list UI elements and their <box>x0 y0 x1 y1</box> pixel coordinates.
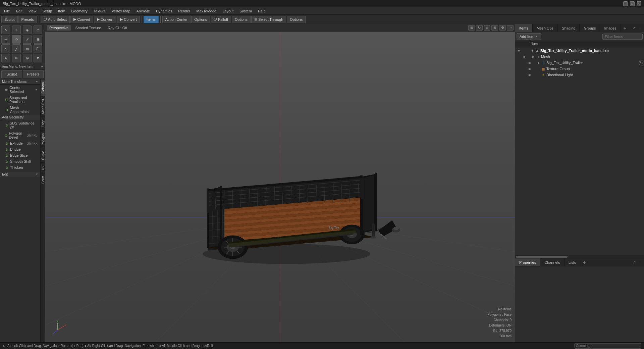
extrude-item[interactable]: ⊙ Extrude Shift+X <box>0 140 40 146</box>
menu-item-help[interactable]: Help <box>255 8 268 14</box>
curve-tab[interactable]: Curve <box>41 148 45 163</box>
menu-item-view[interactable]: View <box>26 8 39 14</box>
menu-item-render[interactable]: Render <box>175 8 193 14</box>
mesh-mode-icon[interactable]: ⬡ <box>34 44 42 53</box>
menu-item-layout[interactable]: Layout <box>220 8 236 14</box>
select-through-button[interactable]: ⊞ Select Through <box>251 16 286 23</box>
item-row-mesh-group[interactable]: ◉ ▶ □ Mesh <box>515 54 644 60</box>
add-tab-button[interactable]: + <box>621 24 629 32</box>
paint-icon[interactable]: ◈ <box>23 26 32 34</box>
options1-button[interactable]: Options <box>191 16 210 23</box>
items-scrollbar[interactable] <box>515 255 644 258</box>
vis-btn-texture-group[interactable]: ◉ <box>527 66 532 71</box>
edge-tab[interactable]: Edge <box>41 116 45 130</box>
convert1-button[interactable]: ▶ Convert <box>70 16 93 23</box>
pen-icon[interactable]: ✏ <box>12 54 21 62</box>
convert3-button[interactable]: ▶ Convert <box>117 16 140 23</box>
transform-icon[interactable]: ⊞ <box>34 35 42 44</box>
item-row-trailer[interactable]: ◉ ▶ ⬡ Big_Tex_Utility_Trailer (3) <box>515 60 644 66</box>
menu-item-geometry[interactable]: Geometry <box>69 8 90 14</box>
polygon-tab[interactable]: Polygon <box>41 130 45 148</box>
left-sculpt-button[interactable]: Sculpt <box>1 70 22 78</box>
viewport-canvas[interactable]: Big Tex 105A X Y Z No Items Polygons : F… <box>45 32 515 342</box>
menu-item-maxtomodo[interactable]: MaxToModo <box>194 8 219 14</box>
properties-tab[interactable]: Properties <box>515 258 540 266</box>
bottom-add-tab[interactable]: + <box>580 258 588 266</box>
filter-items-input[interactable] <box>602 34 643 40</box>
edge-slice-item[interactable]: ⊙ Edge Slice <box>0 152 40 158</box>
expand-mesh-group[interactable]: ▶ <box>531 55 535 58</box>
snaps-precision-item[interactable]: ⊙ Snaps and Precision <box>0 95 40 105</box>
item-menu-icon[interactable]: ▼ <box>34 54 42 62</box>
form-tab[interactable]: Form <box>41 173 45 186</box>
item-row-root[interactable]: ◉ ▶ 🗂 Big_Tex_Utility_Trailer_modo_base.… <box>515 48 644 54</box>
sds-subdivide-item[interactable]: ⊙ SDS Subdivide 2X <box>0 120 40 130</box>
items-button[interactable]: Items <box>144 16 159 23</box>
mesh-constraints-item[interactable]: ⊙ Mesh Constraints <box>0 105 40 115</box>
items-tab[interactable]: Items <box>515 24 533 32</box>
viewport-ctrl-fit[interactable]: ⊠ <box>491 25 498 31</box>
lists-tab[interactable]: Lists <box>565 258 581 266</box>
convert2-button[interactable]: ▶ Convert <box>94 16 117 23</box>
images-tab[interactable]: Images <box>600 24 621 32</box>
groups-tab[interactable]: Groups <box>580 24 600 32</box>
item-menu-dropdown-icon[interactable]: ▼ <box>41 65 44 68</box>
viewport-tab-shaded[interactable]: Shaded Texture <box>72 25 104 31</box>
poly-mode-icon[interactable]: ▭ <box>23 44 32 53</box>
select-mode-icon[interactable]: ↖ <box>1 26 10 34</box>
polygon-bevel-item[interactable]: ⊙ Polygon Bevel Shift+B <box>0 130 40 140</box>
panel-expand-icon[interactable]: ⤢ <box>631 26 637 31</box>
scale-icon[interactable]: ⤢ <box>23 35 32 44</box>
menu-item-file[interactable]: File <box>1 8 13 14</box>
auto-select-button[interactable]: ⬡ Auto Select <box>41 16 70 23</box>
close-button[interactable]: ✕ <box>637 1 641 6</box>
vis-btn-trailer[interactable]: ◉ <box>527 60 532 65</box>
command-input[interactable] <box>574 343 641 349</box>
expand-trailer[interactable]: ▶ <box>537 61 541 64</box>
mesh-ops-tab[interactable]: Mesh Ops <box>533 24 558 32</box>
smooth-shift-item[interactable]: ⊙ Smooth Shift <box>0 158 40 164</box>
edge-mode-icon[interactable]: ╱ <box>12 44 21 53</box>
node-icon[interactable]: ⊗ <box>23 54 32 62</box>
rotate-icon[interactable]: ↻ <box>12 35 21 44</box>
falloff-button[interactable]: ⬡ Falloff <box>211 16 231 23</box>
maximize-button[interactable]: □ <box>630 1 635 6</box>
bridge-item[interactable]: ⊙ Bridge <box>0 146 40 152</box>
menu-item-edit[interactable]: Edit <box>13 8 25 14</box>
options2-button[interactable]: Options <box>232 16 251 23</box>
add-item-button[interactable]: Add Item ▼ <box>517 33 541 40</box>
move-icon[interactable]: ✛ <box>1 35 10 44</box>
center-selected-item[interactable]: ⊕ Center Selected ▼ <box>0 85 40 95</box>
presets-button[interactable]: Presets <box>18 16 37 23</box>
viewport-tab-raygl[interactable]: Ray GL: Off <box>105 25 130 31</box>
bottom-more-icon[interactable]: ⋯ <box>637 260 643 265</box>
left-presets-button[interactable]: Presets <box>23 70 44 78</box>
viewport-ctrl-more[interactable]: ⋯ <box>507 25 514 31</box>
thicken-item[interactable]: ⊙ Thicken <box>0 164 40 170</box>
uv-tab[interactable]: UV <box>41 162 45 173</box>
minimize-button[interactable]: ─ <box>623 1 628 6</box>
menu-item-item[interactable]: Item <box>55 8 68 14</box>
action-center-button[interactable]: Action Center <box>162 16 191 23</box>
channels-tab[interactable]: Channels <box>540 258 564 266</box>
viewport-tab-perspective[interactable]: Perspective <box>47 25 71 31</box>
deform-tab[interactable]: Deform <box>41 79 45 96</box>
menu-item-dynamics[interactable]: Dynamics <box>153 8 175 14</box>
item-row-dir-light[interactable]: ◉ ✦ Directional Light <box>515 72 644 78</box>
viewport[interactable]: Perspective Shaded Texture Ray GL: Off ⊞… <box>45 24 515 342</box>
shading-tab[interactable]: Shading <box>558 24 580 32</box>
menu-item-setup[interactable]: Setup <box>40 8 55 14</box>
edit-header[interactable]: Edit ▼ <box>0 172 40 177</box>
slice-icon[interactable]: ◇ <box>34 26 42 34</box>
vis-btn-mesh-group[interactable]: ◉ <box>522 54 527 59</box>
mesh-edit-tab[interactable]: Mesh Edit <box>41 96 45 116</box>
menu-item-animate[interactable]: Animate <box>134 8 153 14</box>
menu-item-texture[interactable]: Texture <box>91 8 108 14</box>
vis-btn-dir-light[interactable]: ◉ <box>527 72 532 77</box>
item-row-texture-group[interactable]: ◉ ▦ Texture Group <box>515 66 644 72</box>
panel-more-icon[interactable]: ⋯ <box>637 26 643 31</box>
sculpt-button[interactable]: Sculpt <box>1 16 18 23</box>
viewport-ctrl-2[interactable]: ↻ <box>476 25 483 31</box>
lasso-icon[interactable]: ○ <box>12 26 21 34</box>
more-transforms-header[interactable]: More Transforms ▼ <box>0 79 40 84</box>
